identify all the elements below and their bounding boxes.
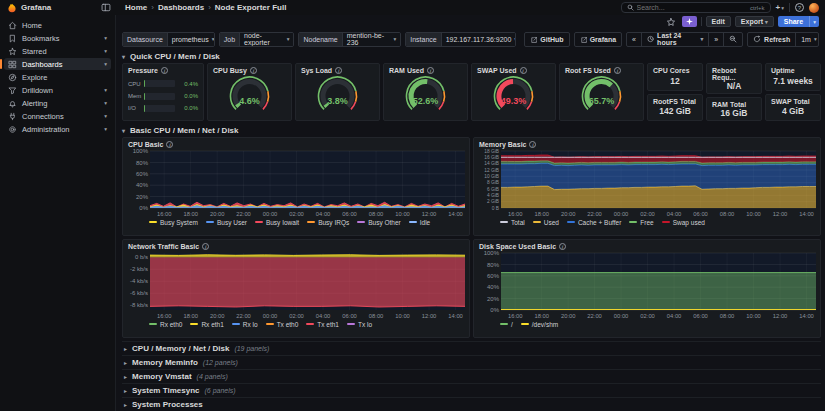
breadcrumb-home[interactable]: Home [125,3,147,12]
github-link-button[interactable]: GitHub [524,32,569,47]
legend-item[interactable]: Total [500,219,525,226]
legend-item[interactable]: Busy Iowait [255,219,299,226]
legend-item[interactable]: / [500,321,513,328]
info-icon[interactable]: i [614,67,621,74]
main-area: Edit Export▾ Share ▾ Datasource promethe… [116,15,825,411]
row-header-memory-vmstat[interactable]: ▸ Memory Vmstat (4 panels) [122,369,821,383]
breadcrumb-dashboards[interactable]: Dashboards [158,3,204,12]
panel-title: RAM Used [389,67,424,74]
svg-text:22:00: 22:00 [236,211,251,217]
cpu-basic-chart[interactable]: 0%20%40%60%80%100%16:0018:0020:0022:0000… [123,148,469,218]
refresh-button[interactable]: Refresh [748,33,796,46]
sidebar-item-drilldown[interactable]: Drilldown ▾ [4,84,111,96]
share-button[interactable]: Share ▾ [778,16,819,27]
job-select[interactable]: Job node-exporter▾ [219,32,295,47]
mega-menu-toggle-icon[interactable] [99,2,113,14]
legend-item[interactable]: Tx eth1 [306,321,339,328]
sidebar-item-explore[interactable]: Explore [4,71,111,83]
legend-item[interactable]: Rx eth0 [149,321,182,328]
legend-item[interactable]: Rx lo [232,321,258,328]
legend-item[interactable]: Tx eth0 [266,321,299,328]
legend-item[interactable]: Rx eth1 [190,321,223,328]
stat-value: 12 [648,74,702,90]
sidebar-item-bookmarks[interactable]: Bookmarks ▾ [4,32,111,44]
legend-item[interactable]: Idle [409,219,430,226]
dashboard-content: ▾ Quick CPU / Mem / Disk Pressurei CPU 0… [116,50,825,411]
search-box[interactable]: ctrl+k [621,2,771,13]
legend-item[interactable]: Swap used [662,219,705,226]
info-icon[interactable]: i [250,67,257,74]
export-button[interactable]: Export▾ [735,16,774,27]
legend-item[interactable]: Busy Other [357,219,401,226]
row-header-cpu-memory-net-disk[interactable]: ▸ CPU / Memory / Net / Disk (19 panels) [122,341,821,355]
chevron-down-icon[interactable]: ▾ [104,126,107,132]
info-icon[interactable]: i [559,243,566,250]
sidebar-item-dashboards[interactable]: Dashboards ▾ [4,58,111,70]
legend-item[interactable]: Busy System [149,219,198,226]
row-header-system-timesync[interactable]: ▸ System Timesync (6 panels) [122,383,821,397]
edit-button[interactable]: Edit [706,16,731,27]
network-traffic-chart[interactable]: 0 b/s-2 kb/s-4 kb/s-6 kb/s-8 kb/s16:0018… [123,250,469,320]
info-icon[interactable]: i [529,141,536,148]
info-icon[interactable]: i [335,67,342,74]
datasource-select[interactable]: Datasource prometheus▾ [122,32,215,47]
sidebar-item-connections[interactable]: Connections ▾ [4,110,111,122]
uptime-stat-panel: Uptime 7.1 weeks [765,63,821,91]
refresh-interval-label: 1m [801,36,811,43]
legend-item[interactable]: Cache + Buffer [567,219,621,226]
chevron-down-icon[interactable]: ▾ [104,100,107,106]
legend-item[interactable]: Free [629,219,653,226]
chevron-down-icon[interactable]: ▾ [104,113,107,119]
info-icon[interactable]: i [166,141,173,148]
row-header-system-processes[interactable]: ▸ System Processes [122,397,821,411]
chevron-down-icon[interactable]: ▾ [104,87,107,93]
instance-select[interactable]: Instance 192.167.117.36:9200▾ [405,32,516,47]
row-header-memory-meminfo[interactable]: ▸ Memory Meminfo (12 panels) [122,355,821,369]
memory-basic-chart[interactable]: 0 B2 GiB4 GiB6 GiB8 GiB10 GiB12 GiB14 Gi… [474,148,820,218]
sidebar-item-alerting[interactable]: Alerting ▾ [4,97,111,109]
svg-text:18:00: 18:00 [183,211,198,217]
new-button[interactable]: +▾ [776,3,784,12]
sidebar: Home Bookmarks ▾ Starred ▾ Dashboards ▾ … [0,15,116,411]
info-icon[interactable]: i [161,67,168,74]
chevron-down-icon[interactable]: ▾ [104,35,107,41]
chevron-down-icon: ▾ [212,36,215,42]
svg-text:20:00: 20:00 [561,313,576,319]
refresh-interval-select[interactable]: 1m ▾ [796,33,819,46]
legend-item[interactable]: /dev/shm [521,321,558,328]
chevron-down-icon[interactable]: ▾ [104,61,107,67]
sidebar-item-starred[interactable]: Starred ▾ [4,45,111,57]
row-header-basic[interactable]: ▾ Basic CPU / Mem / Net / Disk [122,124,821,137]
zoom-out-button[interactable] [724,33,742,46]
info-icon[interactable]: i [427,67,434,74]
legend-item[interactable]: Busy User [206,219,247,226]
svg-text:14 GiB: 14 GiB [484,161,499,166]
grafana-link-button[interactable]: Grafana [574,32,622,47]
disk-space-chart[interactable]: 0%20%40%60%80%100%16:0018:0020:0022:0000… [474,250,820,320]
user-avatar[interactable] [809,3,819,13]
sidebar-item-administration[interactable]: Administration ▾ [4,123,111,135]
svg-text:02:00: 02:00 [640,211,655,217]
plus-icon: + [776,3,781,12]
info-icon[interactable]: i [202,243,209,250]
help-icon[interactable]: ? [795,3,804,12]
time-shift-back-button[interactable]: « [627,33,642,46]
legend-item[interactable]: Tx lo [347,321,372,328]
brand[interactable]: Grafana [7,3,99,13]
legend-item[interactable]: Busy IRQs [307,219,349,226]
assistant-button[interactable] [682,16,697,27]
sidebar-item-home[interactable]: Home [4,19,111,31]
row-header-quick[interactable]: ▾ Quick CPU / Mem / Disk [122,50,821,63]
svg-text:0 b/s: 0 b/s [135,254,148,260]
svg-text:12:00: 12:00 [773,211,788,217]
legend-item[interactable]: Used [533,219,559,226]
star-dashboard-button[interactable] [664,16,678,28]
share-menu-button[interactable]: ▾ [809,16,819,27]
svg-text:14:00: 14:00 [799,211,814,217]
time-range-picker[interactable]: Last 24 hours ▾ [642,33,709,46]
search-input[interactable] [637,4,747,11]
chevron-down-icon[interactable]: ▾ [104,48,107,54]
nodename-select[interactable]: Nodename mention-be-236▾ [298,32,401,47]
time-shift-forward-button[interactable]: » [709,33,724,46]
info-icon[interactable]: i [520,67,527,74]
